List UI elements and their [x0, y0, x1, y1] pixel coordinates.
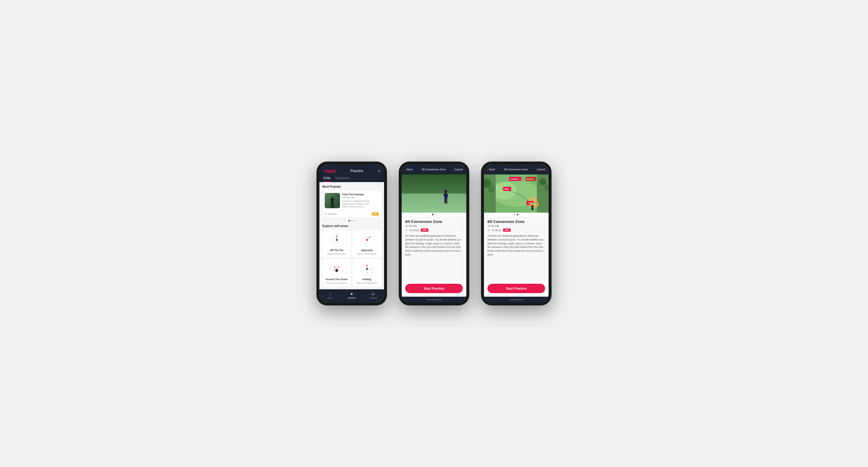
phone-2: ‹ Back 6ft Conversion Zone Cancel [399, 162, 469, 305]
skill-name-atg: Around The Green [326, 278, 348, 281]
phone2-title: 6ft Conversion Zone [422, 168, 445, 171]
image-carousel-dots [402, 213, 466, 216]
nav-home[interactable]: ⌂ Home [319, 292, 341, 299]
nav-activities[interactable]: ✦ Activities [341, 292, 362, 299]
nav-activities-label: Activities [348, 297, 356, 299]
clock-icon-detail: ⏱ [405, 229, 408, 232]
skill-icon-approach [360, 232, 375, 247]
phone3-shots-row: ⏱ 20 shots ARG [488, 229, 545, 232]
phone3-clock-icon: ⏱ [488, 229, 490, 232]
skill-grid: Off The Tee Power and accuracy [322, 230, 381, 287]
svg-point-28 [366, 268, 368, 270]
svg-point-61 [531, 205, 534, 207]
drill-thumbnail [325, 193, 340, 208]
drill-range: 10-50 yds [405, 224, 463, 227]
drill-description-detail: 20 shots are randomly generated at dista… [405, 234, 463, 257]
phone3-home-indicator [484, 297, 549, 302]
svg-point-22 [333, 269, 334, 270]
home-icon: ⌂ [329, 292, 331, 296]
skill-desc-ott: Power and accuracy [327, 253, 346, 255]
svg-point-29 [366, 265, 368, 266]
page-title: Practice [350, 169, 363, 173]
phone2-header: ‹ Back 6ft Conversion Zone Cancel [402, 165, 466, 174]
svg-point-5 [336, 239, 338, 241]
drill-info: Find The Fairway Off The Tee Create an i… [342, 193, 374, 208]
drill-footer: ⏱ 10 shots OTT [322, 210, 381, 217]
phone3-back-button[interactable]: ‹ Back [488, 168, 495, 171]
skill-name-ott: Off The Tee [330, 249, 343, 252]
phone3-drill-name: 6ft Conversion Zone [488, 220, 545, 224]
img-dot-2 [435, 214, 436, 215]
svg-rect-40 [446, 202, 447, 204]
tab-drills[interactable]: Drills [323, 176, 331, 182]
svg-point-49 [539, 178, 546, 185]
phone3-cancel-button[interactable]: Cancel [537, 168, 545, 171]
phone-1: clippd Practice ≡ Drills Favourites Most… [316, 162, 387, 305]
svg-point-33 [444, 190, 447, 193]
phone3-start-practice-button[interactable]: Start Practice [488, 284, 545, 293]
skill-card-atg[interactable]: Around The Green Hone your short game [322, 259, 351, 287]
phone3-home-bar [509, 299, 524, 300]
drill-name: Find The Fairway [342, 193, 374, 196]
drill-detail-name: 6ft Conversion Zone [405, 220, 463, 224]
menu-icon[interactable]: ≡ [378, 169, 380, 173]
skill-name-approach: Approach [361, 249, 373, 252]
svg-line-23 [334, 267, 336, 269]
svg-rect-62 [532, 207, 533, 210]
dot-2 [351, 220, 352, 222]
skill-icon-atg [329, 261, 344, 277]
img-dot-1 [432, 214, 433, 215]
drill-shots-row: ⏱ 20 shots ARG [405, 229, 463, 232]
back-button[interactable]: ‹ Back [405, 168, 413, 171]
home-indicator [402, 297, 466, 302]
svg-line-24 [337, 267, 338, 269]
dot-1 [348, 220, 350, 222]
back-chevron-icon: ‹ [405, 168, 406, 171]
svg-rect-37 [444, 198, 446, 203]
skill-card-approach[interactable]: Approach Dial-in to hit the green [352, 230, 381, 257]
phone3-header: ‹ Back 6ft Conversion Zone Cancel [484, 165, 549, 174]
svg-point-21 [338, 266, 339, 268]
phone3-description: 20 shots are randomly generated at dista… [488, 234, 545, 257]
drill-map: Hit Miss FAIRWAY ROUGH SAND [484, 174, 549, 213]
explore-title: Explore skill areas [322, 224, 381, 228]
phone1-body: Most Popular Find The Fairway Off The Te… [319, 182, 384, 289]
dot-3 [354, 220, 355, 222]
cancel-button[interactable]: Cancel [455, 168, 463, 171]
drill-category: Off The Tee [342, 196, 374, 199]
home-bar [427, 299, 441, 300]
tab-favourites[interactable]: Favourites [335, 176, 350, 182]
drill-description: Create an imaginary fairway using trees … [342, 200, 374, 208]
skill-desc-putting: Make and lag practice [357, 282, 377, 284]
phone2-detail-body: 6ft Conversion Zone 10-50 yds ⏱ 20 shots… [402, 216, 466, 281]
arg-badge-detail: ARG [421, 229, 428, 232]
svg-text:FAIRWAY: FAIRWAY [510, 178, 518, 180]
tabs-bar: Drills Favourites [323, 176, 380, 182]
activities-icon: ✦ [350, 292, 353, 296]
skill-card-off-the-tee[interactable]: Off The Tee Power and accuracy [322, 230, 351, 257]
drill-photo [402, 174, 466, 213]
svg-text:Miss: Miss [504, 188, 509, 190]
phone3-image-carousel-dots [484, 213, 549, 216]
svg-point-19 [335, 269, 338, 272]
svg-rect-38 [446, 198, 447, 203]
nav-capture[interactable]: ⊕ Capture [363, 292, 384, 299]
skill-icon-off-the-tee [329, 232, 344, 247]
capture-icon: ⊕ [371, 292, 375, 296]
start-practice-button[interactable]: Start Practice [405, 284, 463, 293]
nav-capture-label: Capture [370, 297, 377, 299]
phone3-title: 6ft Conversion Zone [504, 168, 528, 171]
skill-desc-atg: Hone your short game [327, 282, 347, 284]
clock-icon: ⏱ [325, 213, 327, 215]
skill-name-putting: Putting [363, 278, 371, 281]
favourite-star-icon[interactable]: ☆ [376, 193, 379, 196]
carousel-dots [322, 219, 381, 223]
most-popular-title: Most Popular [322, 185, 381, 188]
phone3-detail-body: 6ft Conversion Zone 10-50 yds ⏱ 20 shots… [484, 216, 549, 281]
skill-card-putting[interactable]: Putting Make and lag practice [352, 259, 381, 287]
featured-drill-card[interactable]: Find The Fairway Off The Tee Create an i… [322, 191, 381, 217]
phone3-drill-range: 10-50 yds [488, 224, 545, 227]
explore-section: Explore skill areas [322, 224, 381, 287]
phone3-img-dot-2 [517, 214, 518, 215]
svg-line-15 [368, 238, 369, 239]
